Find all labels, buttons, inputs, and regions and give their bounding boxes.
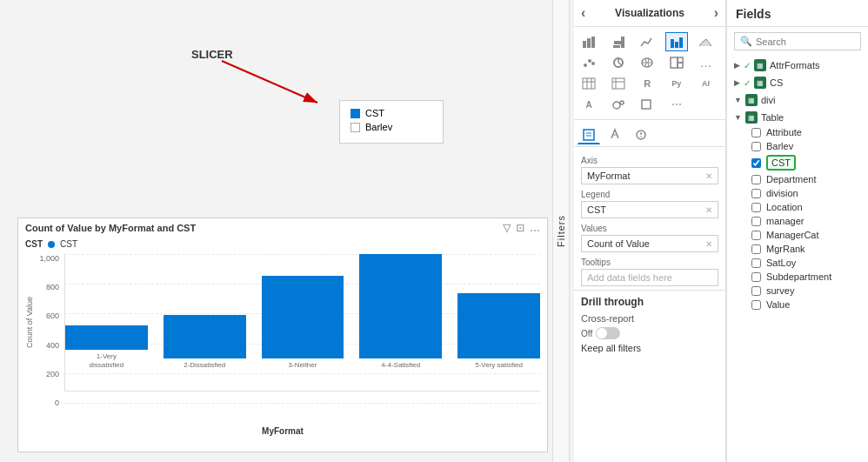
field-cb-location[interactable] <box>751 203 761 212</box>
filter-icon[interactable]: ▽ <box>503 222 511 234</box>
field-cb-mgrrank[interactable] <box>751 244 761 254</box>
bar-3 <box>262 276 344 358</box>
viz-icon-R[interactable]: R <box>636 74 658 93</box>
gridline-6 <box>64 403 540 404</box>
slicer-item-cst[interactable]: CST <box>351 108 432 118</box>
viz-icon-shape[interactable] <box>636 95 658 114</box>
fields-search-box[interactable]: 🔍 <box>734 32 861 50</box>
values-value[interactable]: Count of Value ✕ <box>581 235 718 252</box>
field-cb-subdepartment[interactable] <box>751 272 761 282</box>
field-cb-survey[interactable] <box>751 286 761 296</box>
toggle-label: Off <box>581 329 592 338</box>
bar-group-4: 4-4-Satisfied <box>359 254 442 370</box>
group-label-cs: CS <box>770 77 783 88</box>
field-label-department: Department <box>766 174 816 184</box>
field-item-managercat[interactable]: ManagerCat <box>748 228 865 242</box>
svg-rect-4 <box>591 37 595 48</box>
expand-icon[interactable]: ⊡ <box>516 222 524 234</box>
viz-icon-more[interactable]: … <box>694 53 717 72</box>
chart-title: Count of Value by MyFormat and CST <box>25 223 196 233</box>
svg-rect-20 <box>678 57 683 63</box>
viz-icon-bar-active[interactable] <box>665 32 688 51</box>
svg-rect-10 <box>679 37 683 48</box>
field-group-header-cs[interactable]: ▶ ✓ ▦ CS <box>731 75 865 90</box>
field-label-mgrrank: MgrRank <box>766 244 805 254</box>
slicer-item-barlev[interactable]: Barlev <box>351 122 432 132</box>
svg-rect-26 <box>612 78 624 89</box>
viz-icon-ai[interactable]: AI <box>694 74 717 93</box>
more-icon[interactable]: … <box>530 222 540 234</box>
field-cb-managercat[interactable] <box>751 231 761 240</box>
field-item-subdepartment[interactable]: Subdepartment <box>748 270 865 284</box>
slicer-label-cst: CST <box>365 108 384 118</box>
field-item-cst[interactable]: CST <box>748 153 865 172</box>
field-cb-barlev[interactable] <box>751 142 761 151</box>
viz-chevron-left[interactable]: ‹ <box>581 5 585 21</box>
tooltips-placeholder-row[interactable]: Add data fields here <box>581 269 718 286</box>
values-remove[interactable]: ✕ <box>705 239 712 249</box>
bar-group-3: 3-Neither <box>262 276 344 370</box>
field-group-header-table[interactable]: ▼ ▦ Table <box>731 110 865 125</box>
viz-icon-table[interactable] <box>578 74 600 93</box>
viz-tab-fields[interactable] <box>578 125 600 144</box>
axis-value[interactable]: MyFormat ✕ <box>581 167 718 184</box>
field-item-mgrrank[interactable]: MgrRank <box>748 242 865 256</box>
viz-icon-area[interactable] <box>694 32 717 51</box>
field-item-attribute[interactable]: Attribute <box>748 125 865 139</box>
viz-icon-column[interactable] <box>607 32 630 51</box>
viz-icon-pie[interactable] <box>607 53 630 72</box>
legend-remove[interactable]: ✕ <box>705 205 712 215</box>
y-axis-title: Count of Value <box>25 297 34 348</box>
viz-chevron-right[interactable]: › <box>714 5 718 21</box>
field-cb-manager[interactable] <box>751 217 761 226</box>
search-input[interactable] <box>756 37 855 47</box>
bar-1 <box>65 325 148 350</box>
viz-tab-analytics[interactable] <box>630 125 652 144</box>
legend-value[interactable]: CST ✕ <box>581 201 718 218</box>
field-group-header-attrformats[interactable]: ▶ ✓ ▦ AttrFormats <box>731 57 865 73</box>
viz-icon-Py[interactable]: Py <box>665 74 688 93</box>
checkmark-attrformats: ✓ <box>744 61 751 70</box>
bars-container: 1-Verydissatisfied 2-Dissatisfied 3-Neit… <box>64 254 540 425</box>
toggle-off-row[interactable]: Off <box>581 327 718 339</box>
field-item-department[interactable]: Department <box>748 172 865 186</box>
viz-icon-extra[interactable]: ⋯ <box>665 95 688 114</box>
slicer-checkbox-cst[interactable] <box>351 109 360 118</box>
bar-label-4: 4-4-Satisfied <box>381 361 420 370</box>
values-value-text: Count of Value <box>587 238 650 249</box>
svg-rect-7 <box>621 37 624 48</box>
field-label-satloy: SatLoy <box>766 258 796 268</box>
field-item-manager[interactable]: manager <box>748 214 865 228</box>
viz-icon-matrix[interactable] <box>607 74 630 93</box>
viz-icon-bar[interactable] <box>578 32 600 51</box>
field-item-survey[interactable]: survey <box>748 284 865 298</box>
field-cb-attribute[interactable] <box>751 128 761 137</box>
viz-icon-text[interactable]: A <box>578 95 600 114</box>
viz-icon-bubble[interactable] <box>607 95 630 114</box>
field-item-barlev[interactable]: Barlev <box>748 139 865 153</box>
field-cb-division[interactable] <box>751 189 761 198</box>
x-axis-label: MyFormat <box>18 425 547 438</box>
field-cb-satloy[interactable] <box>751 258 761 268</box>
slicer-checkbox-barlev[interactable] <box>351 123 360 132</box>
viz-tab-format[interactable] <box>604 125 626 144</box>
drill-cross-report-row: Cross-report <box>581 313 718 324</box>
toggle-track[interactable] <box>596 327 620 339</box>
viz-icon-treemap[interactable] <box>665 53 688 72</box>
field-item-location[interactable]: Location <box>748 200 865 214</box>
viz-icon-line[interactable] <box>636 32 658 51</box>
field-item-satloy[interactable]: SatLoy <box>748 256 865 270</box>
field-item-division[interactable]: division <box>748 186 865 200</box>
field-group-header-divi[interactable]: ▼ ▦ divi <box>731 92 865 108</box>
axis-remove[interactable]: ✕ <box>705 171 712 181</box>
cross-report-label: Cross-report <box>581 313 634 324</box>
field-item-value[interactable]: Value <box>748 298 865 311</box>
viz-icon-scatter[interactable] <box>578 53 600 72</box>
field-cb-value[interactable] <box>751 300 761 310</box>
chart-header: Count of Value by MyFormat and CST ▽ ⊡ … <box>18 218 547 238</box>
field-label-attribute: Attribute <box>766 127 802 137</box>
svg-rect-32 <box>584 130 594 140</box>
viz-icon-map[interactable] <box>636 53 658 72</box>
field-cb-cst[interactable] <box>751 158 761 168</box>
field-cb-department[interactable] <box>751 175 761 184</box>
